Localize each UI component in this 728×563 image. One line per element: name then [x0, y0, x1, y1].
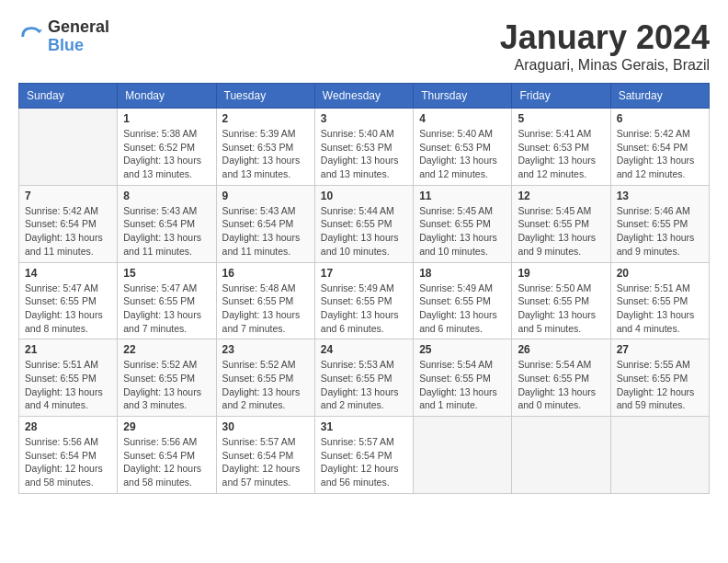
calendar-title: January 2024: [500, 18, 710, 57]
day-info: Sunrise: 5:46 AM Sunset: 6:55 PM Dayligh…: [617, 204, 703, 259]
calendar-cell: [512, 417, 610, 494]
day-number: 12: [518, 190, 604, 202]
calendar-cell: 10Sunrise: 5:44 AM Sunset: 6:55 PM Dayli…: [314, 185, 413, 262]
day-number: 17: [321, 267, 407, 280]
weekday-header-friday: Friday: [512, 84, 610, 109]
calendar-cell: 15Sunrise: 5:47 AM Sunset: 6:55 PM Dayli…: [118, 262, 216, 339]
calendar-cell: 26Sunrise: 5:54 AM Sunset: 6:55 PM Dayli…: [512, 339, 610, 417]
day-info: Sunrise: 5:48 AM Sunset: 6:55 PM Dayligh…: [222, 282, 309, 336]
day-number: 21: [25, 343, 111, 356]
day-info: Sunrise: 5:45 AM Sunset: 6:55 PM Dayligh…: [419, 204, 506, 259]
day-info: Sunrise: 5:43 AM Sunset: 6:54 PM Dayligh…: [222, 204, 309, 259]
calendar-cell: 18Sunrise: 5:49 AM Sunset: 6:55 PM Dayli…: [414, 262, 512, 339]
logo-general: General: [48, 18, 109, 37]
calendar-cell: 28Sunrise: 5:56 AM Sunset: 6:54 PM Dayli…: [19, 417, 118, 494]
day-info: Sunrise: 5:54 AM Sunset: 6:55 PM Dayligh…: [518, 358, 604, 412]
calendar-cell: 6Sunrise: 5:42 AM Sunset: 6:54 PM Daylig…: [610, 109, 709, 186]
page-header: General Blue January 2024 Araguari, Mina…: [18, 18, 710, 74]
calendar-week-4: 21Sunrise: 5:51 AM Sunset: 6:55 PM Dayli…: [19, 339, 710, 417]
day-info: Sunrise: 5:47 AM Sunset: 6:55 PM Dayligh…: [25, 282, 111, 336]
day-info: Sunrise: 5:49 AM Sunset: 6:55 PM Dayligh…: [321, 282, 407, 336]
calendar-cell: [19, 109, 118, 186]
day-number: 5: [518, 112, 604, 125]
day-info: Sunrise: 5:40 AM Sunset: 6:53 PM Dayligh…: [321, 127, 407, 181]
day-info: Sunrise: 5:42 AM Sunset: 6:54 PM Dayligh…: [25, 204, 111, 259]
day-number: 8: [123, 190, 210, 202]
day-number: 28: [25, 420, 111, 433]
day-number: 3: [321, 112, 407, 125]
day-number: 2: [222, 112, 309, 125]
day-info: Sunrise: 5:55 AM Sunset: 6:55 PM Dayligh…: [617, 358, 703, 412]
day-number: 11: [419, 190, 506, 202]
day-number: 18: [419, 267, 506, 280]
calendar-cell: 21Sunrise: 5:51 AM Sunset: 6:55 PM Dayli…: [19, 339, 118, 417]
title-section: January 2024 Araguari, Minas Gerais, Bra…: [500, 18, 710, 74]
calendar-cell: 4Sunrise: 5:40 AM Sunset: 6:53 PM Daylig…: [414, 109, 512, 186]
calendar-cell: 31Sunrise: 5:57 AM Sunset: 6:54 PM Dayli…: [314, 417, 413, 494]
day-number: 6: [617, 112, 703, 125]
day-number: 7: [25, 190, 111, 202]
day-number: 31: [321, 420, 407, 433]
weekday-header-sunday: Sunday: [19, 84, 118, 109]
day-info: Sunrise: 5:50 AM Sunset: 6:55 PM Dayligh…: [518, 282, 604, 336]
day-number: 25: [419, 343, 506, 356]
day-info: Sunrise: 5:51 AM Sunset: 6:55 PM Dayligh…: [25, 358, 111, 412]
calendar-cell: 1Sunrise: 5:38 AM Sunset: 6:52 PM Daylig…: [118, 109, 216, 186]
calendar-week-5: 28Sunrise: 5:56 AM Sunset: 6:54 PM Dayli…: [19, 417, 710, 494]
day-number: 24: [321, 343, 407, 356]
calendar-cell: 20Sunrise: 5:51 AM Sunset: 6:55 PM Dayli…: [610, 262, 709, 339]
calendar-cell: 14Sunrise: 5:47 AM Sunset: 6:55 PM Dayli…: [19, 262, 118, 339]
weekday-header-monday: Monday: [118, 84, 216, 109]
day-info: Sunrise: 5:52 AM Sunset: 6:55 PM Dayligh…: [222, 358, 309, 412]
calendar-cell: 8Sunrise: 5:43 AM Sunset: 6:54 PM Daylig…: [118, 185, 216, 262]
day-info: Sunrise: 5:42 AM Sunset: 6:54 PM Dayligh…: [617, 127, 703, 181]
day-number: 29: [123, 420, 210, 433]
day-number: 13: [617, 190, 703, 202]
calendar-table: SundayMondayTuesdayWednesdayThursdayFrid…: [18, 83, 710, 494]
day-number: 30: [222, 420, 309, 433]
day-number: 27: [617, 343, 703, 356]
calendar-cell: 27Sunrise: 5:55 AM Sunset: 6:55 PM Dayli…: [610, 339, 709, 417]
calendar-cell: 11Sunrise: 5:45 AM Sunset: 6:55 PM Dayli…: [414, 185, 512, 262]
day-number: 19: [518, 267, 604, 280]
day-info: Sunrise: 5:45 AM Sunset: 6:55 PM Dayligh…: [518, 204, 604, 259]
calendar-week-3: 14Sunrise: 5:47 AM Sunset: 6:55 PM Dayli…: [19, 262, 710, 339]
day-info: Sunrise: 5:40 AM Sunset: 6:53 PM Dayligh…: [419, 127, 506, 181]
weekday-header-tuesday: Tuesday: [216, 84, 314, 109]
day-number: 14: [25, 267, 111, 280]
calendar-week-2: 7Sunrise: 5:42 AM Sunset: 6:54 PM Daylig…: [19, 185, 710, 262]
calendar-cell: [610, 417, 709, 494]
logo: General Blue: [18, 18, 109, 55]
calendar-cell: 13Sunrise: 5:46 AM Sunset: 6:55 PM Dayli…: [610, 185, 709, 262]
day-info: Sunrise: 5:39 AM Sunset: 6:53 PM Dayligh…: [222, 127, 309, 181]
calendar-cell: 23Sunrise: 5:52 AM Sunset: 6:55 PM Dayli…: [216, 339, 314, 417]
day-number: 15: [123, 267, 210, 280]
calendar-cell: 16Sunrise: 5:48 AM Sunset: 6:55 PM Dayli…: [216, 262, 314, 339]
day-number: 4: [419, 112, 506, 125]
day-info: Sunrise: 5:57 AM Sunset: 6:54 PM Dayligh…: [321, 435, 407, 489]
day-number: 20: [617, 267, 703, 280]
day-number: 22: [123, 343, 210, 356]
calendar-cell: 7Sunrise: 5:42 AM Sunset: 6:54 PM Daylig…: [19, 185, 118, 262]
calendar-cell: 25Sunrise: 5:54 AM Sunset: 6:55 PM Dayli…: [414, 339, 512, 417]
calendar-cell: 9Sunrise: 5:43 AM Sunset: 6:54 PM Daylig…: [216, 185, 314, 262]
day-number: 26: [518, 343, 604, 356]
day-info: Sunrise: 5:43 AM Sunset: 6:54 PM Dayligh…: [123, 204, 210, 259]
calendar-cell: 2Sunrise: 5:39 AM Sunset: 6:53 PM Daylig…: [216, 109, 314, 186]
calendar-cell: 24Sunrise: 5:53 AM Sunset: 6:55 PM Dayli…: [314, 339, 413, 417]
calendar-cell: 5Sunrise: 5:41 AM Sunset: 6:53 PM Daylig…: [512, 109, 610, 186]
day-number: 16: [222, 267, 309, 280]
weekday-header-wednesday: Wednesday: [314, 84, 413, 109]
calendar-cell: 30Sunrise: 5:57 AM Sunset: 6:54 PM Dayli…: [216, 417, 314, 494]
calendar-cell: 22Sunrise: 5:52 AM Sunset: 6:55 PM Dayli…: [118, 339, 216, 417]
day-number: 1: [123, 112, 210, 125]
day-info: Sunrise: 5:56 AM Sunset: 6:54 PM Dayligh…: [25, 435, 111, 489]
day-number: 10: [321, 190, 407, 202]
day-number: 9: [222, 190, 309, 202]
day-info: Sunrise: 5:47 AM Sunset: 6:55 PM Dayligh…: [123, 282, 210, 336]
weekday-header-row: SundayMondayTuesdayWednesdayThursdayFrid…: [19, 84, 710, 109]
calendar-cell: 12Sunrise: 5:45 AM Sunset: 6:55 PM Dayli…: [512, 185, 610, 262]
day-info: Sunrise: 5:56 AM Sunset: 6:54 PM Dayligh…: [123, 435, 210, 489]
day-info: Sunrise: 5:51 AM Sunset: 6:55 PM Dayligh…: [617, 282, 703, 336]
day-info: Sunrise: 5:41 AM Sunset: 6:53 PM Dayligh…: [518, 127, 604, 181]
